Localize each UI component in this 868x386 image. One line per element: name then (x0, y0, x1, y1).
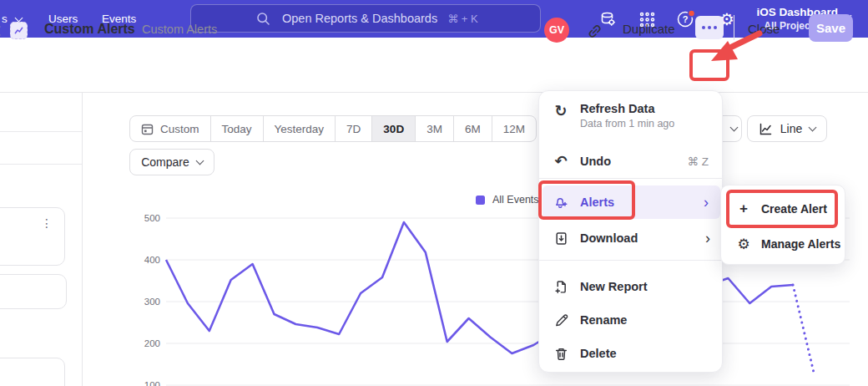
sidebar-card[interactable] (0, 358, 65, 386)
menu-item-delete[interactable]: Delete (539, 338, 722, 368)
more-dots-icon (702, 26, 705, 29)
app-window: s Users Events Open Reports & Dashboards… (0, 0, 868, 386)
share-link-button[interactable] (583, 20, 605, 42)
search-icon (256, 12, 270, 26)
refresh-icon: ↻ (553, 104, 569, 119)
notification-badge (689, 10, 695, 17)
submenu-chevron-right-icon: › (705, 231, 710, 246)
menu-item-undo[interactable]: ↶ Undo ⌘ Z (539, 146, 722, 176)
alert-bell-icon (553, 195, 569, 210)
compare-button[interactable]: Compare (129, 149, 214, 175)
breadcrumb: Custom Alerts (142, 23, 217, 36)
search-shortcut: ⌘ + K (447, 13, 478, 25)
svg-text:300: 300 (144, 297, 160, 307)
svg-text:?: ? (683, 14, 689, 24)
board-icon (10, 22, 28, 39)
sidebar-divider (82, 93, 83, 386)
menu-item-alerts[interactable]: Alerts › (542, 185, 720, 219)
undo-icon: ↶ (553, 154, 569, 169)
chevron-down-icon (809, 124, 817, 132)
link-icon (587, 23, 603, 39)
sidebar-row-separator (0, 131, 82, 132)
menu-item-new-report[interactable]: New Report (539, 272, 722, 302)
avatar[interactable]: GV (544, 18, 569, 43)
range-12m[interactable]: 12M (492, 116, 536, 141)
line-chart-icon (759, 122, 773, 136)
kebab-menu-icon[interactable]: ⋮ (41, 216, 53, 230)
more-options-button[interactable] (695, 16, 724, 39)
duplicate-button[interactable]: Duplicate (623, 22, 675, 36)
close-button[interactable]: Close (748, 22, 780, 36)
help-icon[interactable]: ? (675, 8, 697, 30)
range-7d[interactable]: 7D (335, 116, 371, 141)
alerts-submenu: + Create Alert ⚙ Manage Alerts (720, 185, 845, 265)
search-placeholder: Open Reports & Dashboards (282, 12, 437, 25)
range-6m[interactable]: 6M (453, 116, 492, 141)
header-divider (734, 15, 734, 40)
chart-type-button[interactable]: Line (747, 115, 827, 142)
svg-text:400: 400 (144, 255, 160, 265)
chevron-down-icon (195, 157, 204, 165)
calendar-icon (141, 123, 154, 135)
trash-icon (553, 347, 569, 361)
menu-item-download[interactable]: Download › (539, 223, 722, 253)
chevron-down-icon (14, 13, 23, 22)
report-header (0, 38, 868, 93)
page-title: Custom Alerts (44, 22, 135, 37)
download-icon (553, 231, 569, 246)
more-options-menu: ↻ Refresh Data Data from 1 min ago ↶ Und… (538, 90, 723, 373)
global-search-input[interactable]: Open Reports & Dashboards ⌘ + K (190, 4, 541, 33)
submenu-chevron-right-icon: › (704, 195, 709, 210)
save-button[interactable]: Save (809, 14, 853, 42)
menu-item-refresh-data[interactable]: ↻ Refresh Data Data from 1 min ago (539, 99, 722, 136)
sidebar-card[interactable] (0, 274, 67, 309)
range-today[interactable]: Today (210, 116, 263, 141)
nav-partial-label: s (2, 13, 8, 25)
range-30d[interactable]: 30D (371, 116, 415, 141)
date-range-segmented-control: Custom Today Yesterday 7D 30D 3M 6M 12M (129, 115, 537, 142)
menu-divider (539, 260, 722, 261)
menu-divider (539, 178, 722, 179)
chevron-down-icon (729, 124, 738, 132)
sidebar-row-separator (0, 164, 82, 165)
plus-icon: + (736, 201, 751, 217)
legend-swatch (476, 196, 485, 205)
pencil-icon (553, 313, 569, 328)
submenu-item-manage-alerts[interactable]: ⚙ Manage Alerts (721, 227, 845, 261)
sidebar-card[interactable]: ⋮ (0, 207, 65, 266)
menu-item-rename[interactable]: Rename (539, 305, 722, 335)
new-report-icon (553, 280, 569, 294)
refresh-data-age: Data from 1 min ago (580, 118, 674, 130)
undo-shortcut: ⌘ Z (688, 155, 709, 168)
range-yesterday[interactable]: Yesterday (263, 116, 336, 141)
range-custom[interactable]: Custom (130, 116, 210, 141)
range-3m[interactable]: 3M (415, 116, 453, 141)
svg-text:100: 100 (144, 380, 160, 386)
gear-icon: ⚙ (736, 236, 751, 253)
svg-text:500: 500 (144, 213, 160, 223)
svg-text:200: 200 (144, 338, 160, 348)
submenu-item-create-alert[interactable]: + Create Alert (721, 192, 845, 226)
